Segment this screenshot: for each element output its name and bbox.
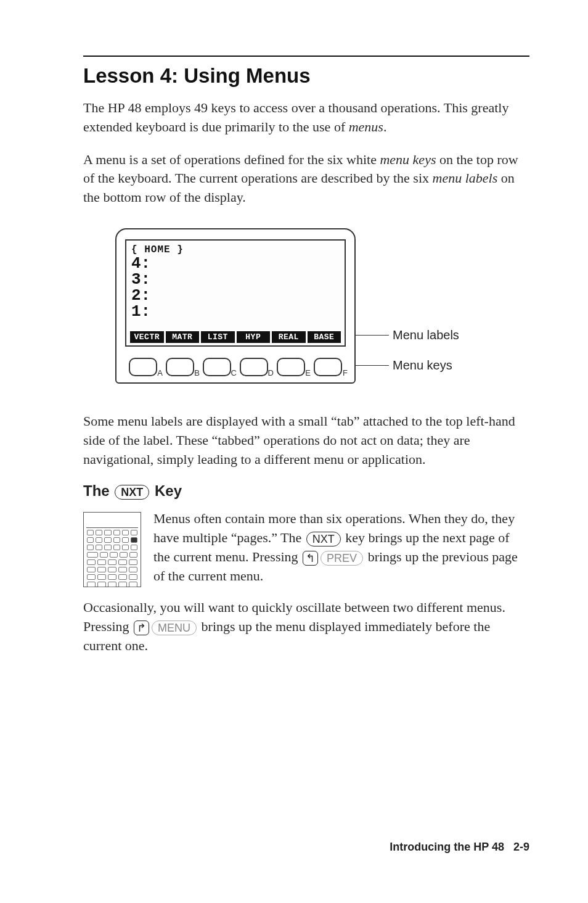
term-menu-labels: menu labels bbox=[433, 170, 498, 186]
p2-text-a: A menu is a set of operations defined fo… bbox=[83, 152, 380, 167]
menu-key-c bbox=[203, 358, 231, 376]
calculator-screen: { HOME } 4: 3: 2: 1: VECTR MATR LIST HYP… bbox=[125, 239, 346, 347]
menu-label-bar: VECTR MATR LIST HYP REAL BASE bbox=[130, 331, 341, 343]
menu-label-real: REAL bbox=[272, 331, 306, 343]
p1-text-c: . bbox=[383, 119, 387, 134]
menu-keycap: MENU bbox=[152, 621, 197, 635]
nxt-keycap: NXT bbox=[306, 532, 341, 546]
nxt-key-heading: The NXT Key bbox=[83, 482, 529, 500]
menu-label-base: BASE bbox=[308, 331, 341, 343]
thumbnail-display bbox=[86, 515, 138, 528]
left-shift-keycap: ↰ bbox=[303, 551, 318, 566]
tabbed-paragraph: Some menu labels are displayed with a sm… bbox=[83, 412, 529, 469]
annotation-menu-labels: Menu labels bbox=[393, 328, 459, 342]
figure-wrapper: { HOME } 4: 3: 2: 1: VECTR MATR LIST HYP… bbox=[83, 228, 529, 384]
lesson-title: Lesson 4: Using Menus bbox=[83, 64, 529, 88]
nxt-paragraph: Menus often contain more than six operat… bbox=[153, 509, 529, 585]
menu-key-e bbox=[277, 358, 305, 376]
stack-level-4: 4: bbox=[131, 255, 150, 271]
menu-label-hyp: HYP bbox=[237, 331, 271, 343]
stack-level-1: 1: bbox=[131, 303, 150, 320]
footer-page: 2-9 bbox=[513, 841, 529, 853]
sub-a: The bbox=[83, 482, 113, 499]
intro-paragraph-1: The HP 48 employs 49 keys to access over… bbox=[83, 99, 529, 137]
menu-toggle-paragraph: Occasionally, you will want to quickly o… bbox=[83, 598, 529, 655]
calculator-thumbnail bbox=[83, 512, 141, 587]
menu-label-matr: MATR bbox=[166, 331, 200, 343]
leader-menu-keys bbox=[354, 365, 389, 366]
top-rule bbox=[83, 56, 529, 57]
nxt-keycap-heading: NXT bbox=[115, 485, 149, 500]
menu-label-list: LIST bbox=[201, 331, 235, 343]
calculator-figure: { HOME } 4: 3: 2: 1: VECTR MATR LIST HYP… bbox=[115, 228, 497, 384]
stack-level-2: 2: bbox=[131, 287, 150, 303]
menu-key-b bbox=[166, 358, 194, 376]
menu-key-a bbox=[129, 358, 157, 376]
footer-chapter: Introducing the HP 48 bbox=[390, 841, 504, 853]
menu-key-row bbox=[125, 358, 346, 376]
stack-display: 4: 3: 2: 1: bbox=[131, 255, 150, 320]
annotation-menu-keys: Menu keys bbox=[393, 358, 452, 373]
leader-menu-labels bbox=[354, 335, 389, 336]
right-shift-keycap: ↱ bbox=[134, 621, 149, 635]
term-menus: menus bbox=[349, 119, 383, 134]
calculator-bezel: { HOME } 4: 3: 2: 1: VECTR MATR LIST HYP… bbox=[115, 228, 356, 384]
stack-level-3: 3: bbox=[131, 271, 150, 287]
intro-paragraph-2: A menu is a set of operations defined fo… bbox=[83, 150, 529, 207]
nxt-aside: Menus often contain more than six operat… bbox=[83, 509, 529, 587]
sub-b: Key bbox=[150, 482, 182, 499]
menu-key-f bbox=[314, 358, 342, 376]
menu-label-vectr: VECTR bbox=[130, 331, 164, 343]
term-menu-keys: menu keys bbox=[380, 152, 436, 167]
prev-keycap: PREV bbox=[321, 551, 363, 566]
p1-text-a: The HP 48 employs 49 keys to access over… bbox=[83, 100, 508, 134]
page-footer: Introducing the HP 48 2-9 bbox=[390, 841, 529, 854]
menu-key-d bbox=[240, 358, 268, 376]
